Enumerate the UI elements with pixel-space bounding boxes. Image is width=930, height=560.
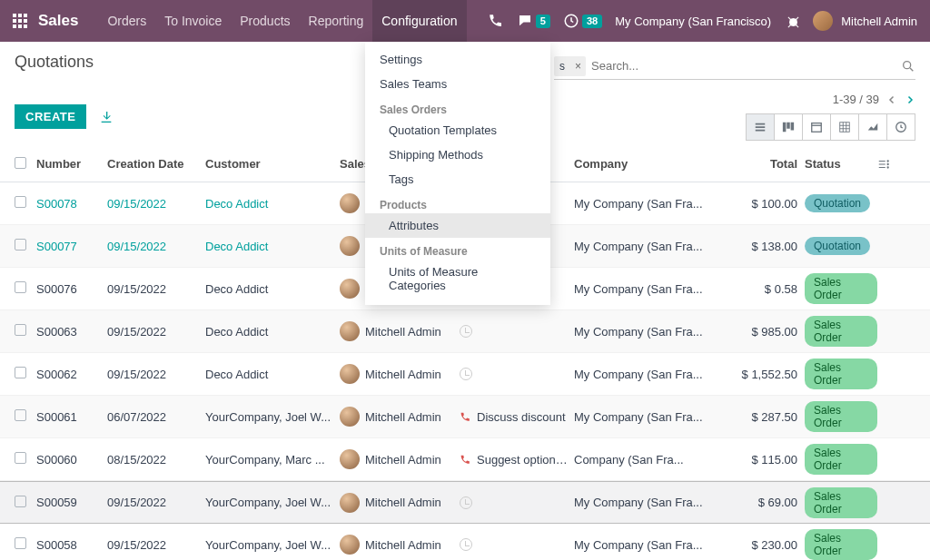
search-input[interactable]	[586, 55, 901, 76]
table-row[interactable]: S0006309/15/2022Deco AddictMitchell Admi…	[0, 310, 930, 353]
salesperson-avatar	[340, 449, 360, 469]
cell-company: My Company (San Fra...	[574, 240, 719, 253]
col-options-icon[interactable]	[877, 158, 895, 171]
menu-attributes[interactable]: Attributes	[365, 213, 550, 238]
user-name: Mitchell Admin	[841, 15, 917, 28]
row-checkbox[interactable]	[15, 537, 26, 549]
menu-header-products: Products	[365, 192, 550, 213]
pager-next-icon[interactable]	[905, 94, 915, 105]
salesperson-name: Mitchell Admin	[365, 538, 441, 552]
cell-date: 09/15/2022	[107, 538, 205, 552]
row-checkbox[interactable]	[15, 324, 26, 336]
company-switcher[interactable]: My Company (San Francisco)	[615, 15, 771, 28]
search-facet[interactable]: s×	[554, 56, 586, 76]
configuration-dropdown: Settings Sales Teams Sales Orders Quotat…	[365, 42, 550, 305]
row-checkbox[interactable]	[15, 196, 26, 208]
cell-salesperson: Mitchell Admin	[340, 449, 460, 469]
menu-sales-teams[interactable]: Sales Teams	[365, 72, 550, 96]
view-list-icon[interactable]	[746, 113, 775, 141]
row-checkbox[interactable]	[15, 367, 26, 378]
row-checkbox[interactable]	[15, 281, 26, 293]
row-checkbox[interactable]	[15, 452, 26, 464]
voip-icon[interactable]	[488, 13, 504, 29]
col-customer[interactable]: Customer	[205, 157, 340, 171]
menu-uom-categories[interactable]: Units of Measure Categories	[365, 260, 550, 298]
messages-icon[interactable]: 5	[517, 13, 550, 29]
cell-number: S00076	[36, 282, 107, 296]
col-total[interactable]: Total	[719, 157, 797, 171]
cell-number: S00062	[36, 368, 107, 381]
nav-to-invoice[interactable]: To Invoice	[155, 0, 231, 42]
col-company[interactable]: Company	[574, 157, 719, 171]
cell-status: Sales Order	[797, 273, 877, 304]
nav-configuration[interactable]: Configuration	[372, 0, 466, 42]
cell-company: My Company (San Fra...	[574, 197, 719, 211]
nav-products[interactable]: Products	[231, 0, 299, 42]
clock-icon[interactable]	[460, 325, 472, 338]
table-row[interactable]: S0006008/15/2022YourCompany, Marc ...Mit…	[0, 438, 930, 481]
row-checkbox[interactable]	[15, 496, 26, 507]
table-row[interactable]: S0005909/15/2022YourCompany, Joel W...Mi…	[0, 481, 930, 524]
search-icon[interactable]	[901, 59, 915, 74]
menu-settings[interactable]: Settings	[365, 47, 550, 72]
phone-icon[interactable]	[460, 411, 471, 423]
nav-orders[interactable]: Orders	[98, 0, 155, 42]
view-kanban-icon[interactable]	[774, 113, 803, 141]
cell-company: My Company (San Fra...	[574, 538, 719, 552]
cell-customer: YourCompany, Joel W...	[205, 410, 340, 424]
cell-total: $ 287.50	[719, 410, 797, 424]
cell-customer: YourCompany, Marc ...	[205, 453, 340, 467]
cell-salesperson: Mitchell Admin	[340, 493, 460, 513]
nav-reporting[interactable]: Reporting	[300, 0, 373, 42]
cell-total: $ 985.00	[719, 325, 797, 339]
view-pivot-icon[interactable]	[830, 113, 859, 141]
view-graph-icon[interactable]	[858, 113, 887, 141]
user-menu[interactable]: Mitchell Admin	[813, 11, 917, 31]
create-button[interactable]: CREATE	[15, 104, 86, 129]
cell-total: $ 69.00	[719, 496, 797, 509]
cell-date: 06/07/2022	[107, 410, 205, 424]
menu-tags[interactable]: Tags	[365, 167, 550, 192]
view-switcher	[747, 113, 915, 141]
facet-remove-icon[interactable]: ×	[570, 60, 586, 73]
svg-rect-6	[783, 123, 787, 133]
table-row[interactable]: S0006209/15/2022Deco AddictMitchell Admi…	[0, 353, 930, 396]
status-badge: Sales Order	[805, 487, 877, 518]
clock-icon[interactable]	[460, 368, 472, 380]
clock-icon[interactable]	[460, 496, 472, 509]
cell-customer: Deco Addict	[205, 325, 340, 339]
cell-status: Sales Order	[797, 316, 877, 347]
col-date[interactable]: Creation Date	[107, 157, 205, 171]
cell-customer: Deco Addict	[205, 368, 340, 381]
pager-text[interactable]: 1-39 / 39	[833, 93, 879, 106]
phone-icon[interactable]	[460, 454, 471, 466]
col-status[interactable]: Status	[797, 157, 877, 171]
row-checkbox[interactable]	[15, 409, 26, 421]
pager-prev-icon[interactable]	[886, 94, 897, 105]
menu-shipping-methods[interactable]: Shipping Methods	[365, 142, 550, 167]
row-checkbox[interactable]	[15, 239, 26, 251]
cell-date: 08/15/2022	[107, 453, 205, 467]
app-brand[interactable]: Sales	[38, 12, 78, 30]
view-calendar-icon[interactable]	[802, 113, 831, 141]
table-row[interactable]: S0005809/15/2022YourCompany, Joel W...Mi…	[0, 524, 930, 560]
salesperson-name: Mitchell Admin	[365, 325, 441, 339]
table-row[interactable]: S0006106/07/2022YourCompany, Joel W...Mi…	[0, 396, 930, 438]
search-bar[interactable]: s×	[554, 53, 915, 80]
salesperson-avatar	[340, 236, 360, 256]
select-all-checkbox[interactable]	[15, 157, 26, 169]
col-number[interactable]: Number	[36, 157, 107, 171]
clock-icon[interactable]	[460, 538, 472, 551]
cell-activities	[460, 538, 574, 551]
apps-icon[interactable]	[13, 14, 27, 28]
salesperson-name: Mitchell Admin	[365, 453, 441, 467]
cell-number: S00077	[36, 240, 107, 253]
debug-icon[interactable]	[784, 13, 800, 29]
activities-icon[interactable]: 38	[563, 13, 602, 29]
import-icon[interactable]	[99, 110, 114, 124]
cell-customer: Deco Addict	[205, 197, 340, 211]
svg-point-14	[887, 166, 889, 168]
menu-quotation-templates[interactable]: Quotation Templates	[365, 118, 550, 142]
cell-total: $ 230.00	[719, 538, 797, 552]
view-activity-icon[interactable]	[886, 113, 915, 141]
